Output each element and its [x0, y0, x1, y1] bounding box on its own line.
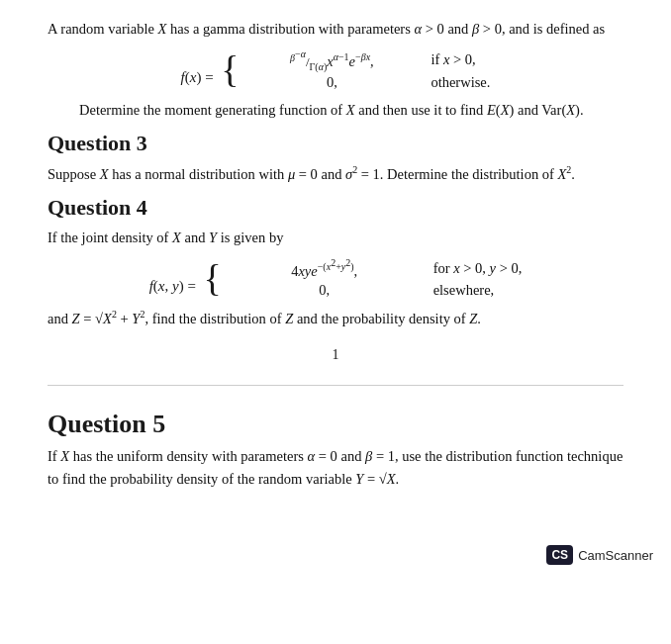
case2-expr: 0, — [242, 74, 421, 91]
bottom-section: Question 5 If X has the uniform density … — [48, 386, 623, 490]
cs-logo: CS — [546, 545, 573, 565]
fxy-case1-expr: 4xye−(x2+y2), — [226, 257, 424, 280]
fxy-case1-cond: for x > 0, y > 0, — [433, 260, 523, 277]
fx-formula: f(x) = { β−α/Γ(α)xα−1e−βx, if x > 0, 0, … — [48, 47, 623, 90]
task-text: Determine the moment generating function… — [48, 99, 623, 121]
q4-intro: If the joint density of X and Y is given… — [48, 227, 623, 248]
left-brace: { — [221, 50, 239, 88]
page-number: 1 — [48, 347, 623, 363]
camscanner-badge: CS CamScanner — [546, 545, 653, 565]
top-section: A random variable X has a gamma distribu… — [48, 18, 623, 386]
case1-cond: if x > 0, — [431, 51, 475, 68]
q4-footer: and Z = √X2 + Y2, find the distribution … — [48, 307, 623, 329]
case1-expr: β−α/Γ(α)xα−1e−βx, — [242, 47, 421, 71]
fxy-cases: 4xye−(x2+y2), for x > 0, y > 0, 0, elsew… — [226, 257, 523, 299]
case2-cond: otherwise. — [431, 74, 490, 91]
fxy-formula: f(x, y) = { 4xye−(x2+y2), for x > 0, y >… — [48, 257, 623, 299]
fxy-case2-row: 0, elsewhere, — [226, 282, 523, 299]
camscanner-text: CamScanner — [578, 548, 653, 563]
fxy-case1-row: 4xye−(x2+y2), for x > 0, y > 0, — [226, 257, 523, 280]
q5-heading: Question 5 — [48, 410, 623, 439]
fxy-case2-cond: elsewhere, — [433, 282, 495, 299]
q3-text: Suppose X has a normal distribution with… — [48, 162, 623, 185]
q3-heading: Question 3 — [48, 131, 623, 156]
piecewise-cases: β−α/Γ(α)xα−1e−βx, if x > 0, 0, otherwise… — [242, 47, 490, 90]
page: A random variable X has a gamma distribu… — [0, 0, 671, 644]
intro-text: A random variable X has a gamma distribu… — [48, 18, 623, 40]
case1-row: β−α/Γ(α)xα−1e−βx, if x > 0, — [242, 47, 490, 71]
q4-heading: Question 4 — [48, 195, 623, 221]
case2-row: 0, otherwise. — [242, 74, 490, 91]
fxy-brace: { — [203, 259, 221, 297]
q5-text: If X has the uniform density with parame… — [48, 445, 623, 490]
fxy-case2-expr: 0, — [226, 282, 424, 299]
